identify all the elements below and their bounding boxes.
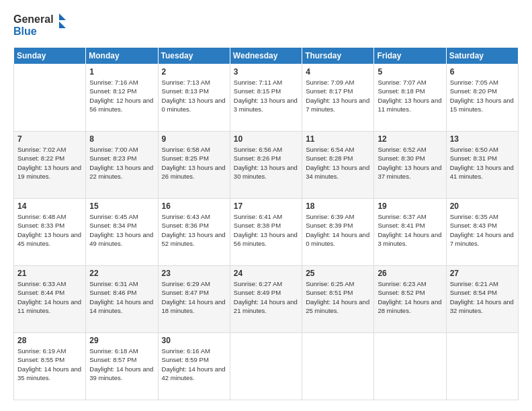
day-number: 17 <box>234 201 298 211</box>
day-number: 29 <box>89 336 154 345</box>
calendar-cell: 4Sunrise: 7:09 AM Sunset: 8:17 PM Daylig… <box>302 64 374 132</box>
day-info: Sunrise: 6:25 AM Sunset: 8:51 PM Dayligh… <box>306 279 370 315</box>
day-number: 30 <box>162 336 226 345</box>
day-info: Sunrise: 6:19 AM Sunset: 8:55 PM Dayligh… <box>17 347 82 382</box>
day-info: Sunrise: 6:37 AM Sunset: 8:41 PM Dayligh… <box>378 212 442 248</box>
svg-marker-3 <box>59 21 66 28</box>
day-info: Sunrise: 6:54 AM Sunset: 8:28 PM Dayligh… <box>306 145 370 181</box>
day-info: Sunrise: 7:07 AM Sunset: 8:18 PM Dayligh… <box>378 78 442 113</box>
day-number: 14 <box>17 201 82 211</box>
day-number: 27 <box>450 269 515 278</box>
day-number: 8 <box>89 134 154 144</box>
day-number: 12 <box>378 134 442 144</box>
week-row-5: 28Sunrise: 6:19 AM Sunset: 8:55 PM Dayli… <box>14 333 519 400</box>
day-number: 4 <box>306 67 370 77</box>
calendar-cell: 27Sunrise: 6:21 AM Sunset: 8:54 PM Dayli… <box>446 266 518 333</box>
calendar-cell: 26Sunrise: 6:23 AM Sunset: 8:52 PM Dayli… <box>374 266 446 333</box>
calendar-cell: 8Sunrise: 7:00 AM Sunset: 8:23 PM Daylig… <box>86 132 158 199</box>
day-number: 6 <box>450 67 515 77</box>
day-info: Sunrise: 6:52 AM Sunset: 8:30 PM Dayligh… <box>378 145 442 181</box>
calendar-cell <box>302 333 374 400</box>
day-info: Sunrise: 6:16 AM Sunset: 8:59 PM Dayligh… <box>162 347 226 382</box>
calendar-body: 1Sunrise: 7:16 AM Sunset: 8:12 PM Daylig… <box>14 64 519 400</box>
day-number: 1 <box>89 67 154 77</box>
logo: GeneralBlue <box>13 11 67 40</box>
calendar-cell: 14Sunrise: 6:48 AM Sunset: 8:33 PM Dayli… <box>14 199 86 266</box>
week-row-4: 21Sunrise: 6:33 AM Sunset: 8:44 PM Dayli… <box>14 266 519 333</box>
calendar-cell: 5Sunrise: 7:07 AM Sunset: 8:18 PM Daylig… <box>374 64 446 132</box>
calendar-cell: 19Sunrise: 6:37 AM Sunset: 8:41 PM Dayli… <box>374 199 446 266</box>
weekday-header-monday: Monday <box>86 48 158 64</box>
day-number: 24 <box>234 269 298 278</box>
day-info: Sunrise: 6:31 AM Sunset: 8:46 PM Dayligh… <box>89 279 154 315</box>
day-info: Sunrise: 7:16 AM Sunset: 8:12 PM Dayligh… <box>89 78 154 113</box>
calendar-cell: 20Sunrise: 6:35 AM Sunset: 8:43 PM Dayli… <box>446 199 518 266</box>
calendar-table: SundayMondayTuesdayWednesdayThursdayFrid… <box>13 47 519 400</box>
calendar-cell: 30Sunrise: 6:16 AM Sunset: 8:59 PM Dayli… <box>158 333 230 400</box>
day-number: 22 <box>89 269 154 278</box>
day-info: Sunrise: 6:29 AM Sunset: 8:47 PM Dayligh… <box>162 279 226 315</box>
weekday-header-wednesday: Wednesday <box>230 48 302 64</box>
day-number: 25 <box>306 269 370 278</box>
calendar-cell: 10Sunrise: 6:56 AM Sunset: 8:26 PM Dayli… <box>230 132 302 199</box>
header: GeneralBlue <box>13 11 519 40</box>
day-info: Sunrise: 7:11 AM Sunset: 8:15 PM Dayligh… <box>234 78 298 113</box>
calendar-cell: 12Sunrise: 6:52 AM Sunset: 8:30 PM Dayli… <box>374 132 446 199</box>
calendar-cell: 25Sunrise: 6:25 AM Sunset: 8:51 PM Dayli… <box>302 266 374 333</box>
calendar-cell: 6Sunrise: 7:05 AM Sunset: 8:20 PM Daylig… <box>446 64 518 132</box>
day-info: Sunrise: 6:18 AM Sunset: 8:57 PM Dayligh… <box>89 347 154 382</box>
day-number: 18 <box>306 201 370 211</box>
day-number: 28 <box>17 336 82 345</box>
svg-text:Blue: Blue <box>13 26 37 37</box>
week-row-3: 14Sunrise: 6:48 AM Sunset: 8:33 PM Dayli… <box>14 199 519 266</box>
day-number: 3 <box>234 67 298 77</box>
day-number: 9 <box>162 134 226 144</box>
day-number: 21 <box>17 269 82 278</box>
weekday-row: SundayMondayTuesdayWednesdayThursdayFrid… <box>14 48 519 64</box>
day-number: 13 <box>450 134 515 144</box>
day-info: Sunrise: 6:48 AM Sunset: 8:33 PM Dayligh… <box>17 212 82 248</box>
day-number: 16 <box>162 201 226 211</box>
calendar-cell: 1Sunrise: 7:16 AM Sunset: 8:12 PM Daylig… <box>86 64 158 132</box>
day-info: Sunrise: 6:23 AM Sunset: 8:52 PM Dayligh… <box>378 279 442 315</box>
calendar-cell: 22Sunrise: 6:31 AM Sunset: 8:46 PM Dayli… <box>86 266 158 333</box>
day-info: Sunrise: 6:35 AM Sunset: 8:43 PM Dayligh… <box>450 212 515 248</box>
svg-text:General: General <box>13 13 54 25</box>
calendar-cell: 23Sunrise: 6:29 AM Sunset: 8:47 PM Dayli… <box>158 266 230 333</box>
day-info: Sunrise: 6:43 AM Sunset: 8:36 PM Dayligh… <box>162 212 226 248</box>
day-number: 10 <box>234 134 298 144</box>
calendar-cell: 3Sunrise: 7:11 AM Sunset: 8:15 PM Daylig… <box>230 64 302 132</box>
calendar-header: SundayMondayTuesdayWednesdayThursdayFrid… <box>14 48 519 64</box>
day-info: Sunrise: 7:05 AM Sunset: 8:20 PM Dayligh… <box>450 78 515 113</box>
day-info: Sunrise: 7:09 AM Sunset: 8:17 PM Dayligh… <box>306 78 370 113</box>
calendar-cell: 29Sunrise: 6:18 AM Sunset: 8:57 PM Dayli… <box>86 333 158 400</box>
day-info: Sunrise: 6:39 AM Sunset: 8:39 PM Dayligh… <box>306 212 370 248</box>
weekday-header-saturday: Saturday <box>446 48 518 64</box>
page: GeneralBlue SundayMondayTuesdayWednesday… <box>0 0 532 411</box>
weekday-header-thursday: Thursday <box>302 48 374 64</box>
day-number: 7 <box>17 134 82 144</box>
calendar-cell <box>14 64 86 132</box>
calendar-cell: 21Sunrise: 6:33 AM Sunset: 8:44 PM Dayli… <box>14 266 86 333</box>
calendar-cell: 15Sunrise: 6:45 AM Sunset: 8:34 PM Dayli… <box>86 199 158 266</box>
calendar-cell: 18Sunrise: 6:39 AM Sunset: 8:39 PM Dayli… <box>302 199 374 266</box>
weekday-header-tuesday: Tuesday <box>158 48 230 64</box>
day-number: 26 <box>378 269 442 278</box>
calendar-cell: 16Sunrise: 6:43 AM Sunset: 8:36 PM Dayli… <box>158 199 230 266</box>
calendar-cell: 28Sunrise: 6:19 AM Sunset: 8:55 PM Dayli… <box>14 333 86 400</box>
calendar-cell: 9Sunrise: 6:58 AM Sunset: 8:25 PM Daylig… <box>158 132 230 199</box>
calendar-cell: 2Sunrise: 7:13 AM Sunset: 8:13 PM Daylig… <box>158 64 230 132</box>
calendar-cell: 13Sunrise: 6:50 AM Sunset: 8:31 PM Dayli… <box>446 132 518 199</box>
weekday-header-sunday: Sunday <box>14 48 86 64</box>
day-number: 5 <box>378 67 442 77</box>
day-number: 20 <box>450 201 515 211</box>
week-row-1: 1Sunrise: 7:16 AM Sunset: 8:12 PM Daylig… <box>14 64 519 132</box>
calendar-cell: 17Sunrise: 6:41 AM Sunset: 8:38 PM Dayli… <box>230 199 302 266</box>
day-info: Sunrise: 7:13 AM Sunset: 8:13 PM Dayligh… <box>162 78 226 113</box>
day-number: 11 <box>306 134 370 144</box>
day-info: Sunrise: 7:02 AM Sunset: 8:22 PM Dayligh… <box>17 145 82 181</box>
day-info: Sunrise: 6:21 AM Sunset: 8:54 PM Dayligh… <box>450 279 515 315</box>
day-info: Sunrise: 6:45 AM Sunset: 8:34 PM Dayligh… <box>89 212 154 248</box>
calendar-cell <box>374 333 446 400</box>
svg-marker-2 <box>59 13 66 20</box>
